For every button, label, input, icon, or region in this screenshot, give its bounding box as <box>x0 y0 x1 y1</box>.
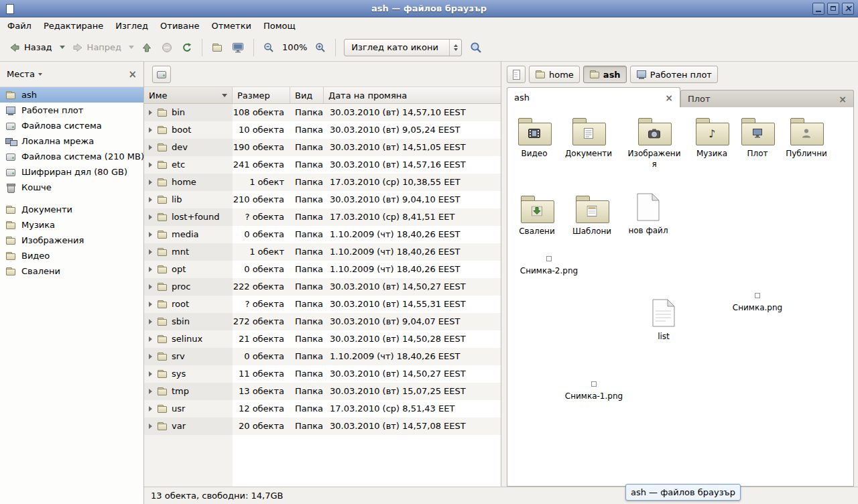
reload-button[interactable] <box>178 39 196 56</box>
table-row[interactable]: media 0 обекта Папка 1.10.2009 (чт) 18,4… <box>144 226 501 243</box>
expander-icon[interactable] <box>149 197 152 202</box>
breadcrumb-root-button[interactable] <box>507 66 526 83</box>
expander-icon[interactable] <box>149 424 152 429</box>
table-row[interactable]: etc 241 обекта Папка 30.03.2010 (вт) 14,… <box>144 156 501 174</box>
sidebar-item[interactable]: Свалени <box>0 263 143 279</box>
expander-icon[interactable] <box>149 302 152 307</box>
expander-icon[interactable] <box>149 110 152 115</box>
tab-ash[interactable]: ash <box>507 87 680 107</box>
breadcrumb-desktop[interactable]: Работен плот <box>630 66 718 83</box>
menu-go[interactable]: Отиване <box>154 19 205 33</box>
expander-icon[interactable] <box>149 354 152 359</box>
sidebar-close-button[interactable] <box>128 68 137 80</box>
table-row[interactable]: sys 11 обекта Папка 30.03.2010 (вт) 14,5… <box>144 365 501 383</box>
sidebar-item[interactable]: Музика <box>0 217 143 233</box>
expander-icon[interactable] <box>149 319 152 324</box>
column-header-type[interactable]: Вид <box>290 87 324 103</box>
forward-history-dropdown[interactable] <box>127 42 136 52</box>
maximize-button[interactable] <box>827 3 839 15</box>
sidebar-item[interactable]: Видео <box>0 248 143 263</box>
column-header-name[interactable]: Име <box>144 87 233 103</box>
expander-icon[interactable] <box>149 180 152 185</box>
expander-icon[interactable] <box>149 371 152 377</box>
table-row[interactable]: dev 190 обекта Папка 30.03.2010 (вт) 14,… <box>144 139 501 156</box>
tab-desktop[interactable]: Плот <box>680 90 854 107</box>
sidebar-item[interactable]: Файлова система <box>0 118 143 133</box>
sidebar-item[interactable]: Документи <box>0 202 143 217</box>
computer-button[interactable] <box>228 39 248 56</box>
sidebar-item[interactable]: Работен плот <box>0 103 143 118</box>
menu-edit[interactable]: Редактиране <box>38 19 109 33</box>
root-location-button[interactable] <box>152 66 171 83</box>
table-row[interactable]: mnt 1 обект Папка 1.10.2009 (чт) 18,40,2… <box>144 243 501 261</box>
expander-icon[interactable] <box>149 336 152 342</box>
home-button[interactable] <box>208 39 227 56</box>
table-row[interactable]: home 1 обект Папка 17.03.2010 (ср) 10,38… <box>144 174 501 191</box>
icon-item-pictures[interactable]: Изображения <box>627 117 681 170</box>
table-row[interactable]: usr 12 обекта Папка 17.03.2010 (ср) 8,51… <box>144 400 501 418</box>
minimize-button[interactable] <box>812 3 824 15</box>
sidebar-item[interactable]: Кошче <box>0 180 143 195</box>
menu-view[interactable]: Изглед <box>109 19 154 33</box>
tab-close-icon[interactable] <box>839 94 847 105</box>
sidebar-item[interactable] <box>0 195 143 202</box>
stop-button[interactable] <box>158 39 176 56</box>
close-button[interactable] <box>842 3 854 15</box>
zoom-in-button[interactable] <box>311 39 330 56</box>
menu-bookmarks[interactable]: Отметки <box>205 19 257 33</box>
table-row[interactable]: var 20 обекта Папка 30.03.2010 (вт) 14,5… <box>144 418 501 435</box>
icon-item-snimka-2[interactable]: Снимка-2.png <box>514 253 584 277</box>
up-button[interactable] <box>137 39 156 56</box>
icon-item-templates[interactable]: Шаблони <box>565 194 619 237</box>
expander-icon[interactable] <box>149 389 152 394</box>
icon-item-public[interactable]: Публични <box>780 117 833 160</box>
icon-item-desktop-folder[interactable]: Плот <box>731 117 784 160</box>
expander-icon[interactable] <box>149 267 152 272</box>
breadcrumb-ash[interactable]: ash <box>583 66 627 83</box>
table-row[interactable]: bin 108 обекта Папка 30.03.2010 (вт) 14,… <box>144 104 501 121</box>
icon-item-video[interactable]: Видео <box>507 117 561 160</box>
back-button[interactable]: Назад <box>5 39 56 56</box>
table-row[interactable]: proc 222 обекта Папка 30.03.2010 (вт) 14… <box>144 278 501 296</box>
expander-icon[interactable] <box>149 249 152 255</box>
expander-icon[interactable] <box>149 145 152 150</box>
expander-icon[interactable] <box>149 406 152 412</box>
menu-help[interactable]: Помощ <box>257 19 302 33</box>
expander-icon[interactable] <box>149 214 152 220</box>
icon-item-list[interactable]: list <box>637 299 690 342</box>
table-row[interactable]: boot 10 обекта Папка 30.03.2010 (вт) 9,0… <box>144 121 501 139</box>
sidebar-item[interactable]: Файлова система (210 MB) <box>0 149 143 164</box>
breadcrumb-home[interactable]: home <box>529 66 580 83</box>
expander-icon[interactable] <box>149 162 152 168</box>
table-row[interactable]: lib 210 обекта Папка 30.03.2010 (вт) 9,0… <box>144 191 501 208</box>
table-row[interactable]: opt 0 обекта Папка 1.10.2009 (чт) 18,40,… <box>144 261 501 278</box>
icon-item-snimka[interactable]: Снимка.png <box>723 290 792 314</box>
menu-file[interactable]: Файл <box>1 19 38 33</box>
column-header-date[interactable]: Дата на промяна <box>324 87 501 103</box>
table-row[interactable]: lost+found ? обекта Папка 17.03.2010 (ср… <box>144 208 501 226</box>
forward-button[interactable]: Напред <box>68 39 125 56</box>
icon-item-new-file[interactable]: нов файл <box>621 193 675 237</box>
table-row[interactable]: srv 0 обекта Папка 1.10.2009 (чт) 18,40,… <box>144 348 501 365</box>
sidebar-item[interactable]: Шифриран дял (80 GB) <box>0 164 143 180</box>
sidebar-item[interactable]: Изображения <box>0 233 143 248</box>
zoom-out-button[interactable] <box>259 39 278 56</box>
back-history-dropdown[interactable] <box>58 42 67 52</box>
table-row[interactable]: selinux 21 обекта Папка 30.03.2010 (вт) … <box>144 330 501 348</box>
icon-item-documents[interactable]: Документи <box>562 117 615 160</box>
expander-icon[interactable] <box>149 127 152 133</box>
table-row[interactable]: root ? обекта Папка 30.03.2010 (вт) 14,5… <box>144 296 501 313</box>
tab-close-icon[interactable] <box>665 92 673 103</box>
expander-icon[interactable] <box>149 232 152 237</box>
search-button[interactable] <box>466 38 486 57</box>
table-row[interactable]: tmp 13 обекта Папка 30.03.2010 (вт) 15,0… <box>144 383 501 400</box>
table-row[interactable]: sbin 272 обекта Папка 30.03.2010 (вт) 9,… <box>144 313 501 330</box>
expander-icon[interactable] <box>149 284 152 290</box>
sidebar-item[interactable]: ash <box>0 87 143 103</box>
icon-item-snimka-1[interactable]: Снимка-1.png <box>559 379 629 402</box>
icon-item-downloads[interactable]: Свалени <box>510 194 564 237</box>
places-selector[interactable]: Места <box>7 69 42 79</box>
view-mode-select[interactable]: Изглед като икони <box>344 39 462 56</box>
column-header-size[interactable]: Размер <box>233 87 290 103</box>
sidebar-item[interactable]: Локална мрежа <box>0 133 143 149</box>
